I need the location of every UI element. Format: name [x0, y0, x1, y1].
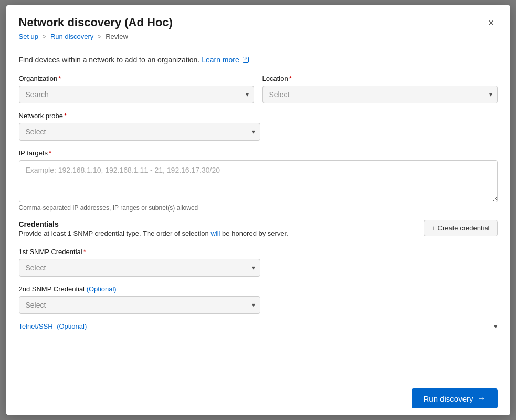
create-credential-button[interactable]: + Create credential — [424, 220, 497, 236]
info-text: Find devices within a network to add to … — [19, 56, 498, 64]
snmp2-group: 2nd SNMP Credential (Optional) Select ▾ — [19, 285, 260, 314]
network-probe-select-wrapper: Select ▾ — [19, 123, 260, 141]
network-probe-row: Network probe* Select ▾ — [19, 112, 498, 141]
credentials-header-left: Credentials Provide at least 1 SNMP cred… — [19, 220, 288, 246]
modal-title-row: Network discovery (Ad Hoc) × — [19, 16, 498, 29]
network-probe-select[interactable]: Select — [19, 123, 260, 141]
snmp1-select[interactable]: Select — [19, 259, 260, 277]
location-label: Location* — [262, 75, 498, 82]
network-probe-label: Network probe* — [19, 112, 260, 120]
org-location-row: Organization* Search ▾ Location* — [19, 75, 498, 103]
telnet-expand-icon[interactable]: ▾ — [494, 322, 498, 330]
location-group: Location* Select ▾ — [262, 75, 498, 103]
modal-header: Network discovery (Ad Hoc) × Set up > Ru… — [6, 5, 510, 47]
snmp2-select[interactable]: Select — [19, 296, 260, 314]
ip-targets-helper: Comma-separated IP addresses, IP ranges … — [19, 204, 498, 212]
credentials-section: Credentials Provide at least 1 SNMP cred… — [19, 220, 498, 330]
snmp1-label: 1st SNMP Credential* — [19, 248, 260, 256]
snmp1-select-wrapper: Select ▾ — [19, 259, 260, 277]
organization-select-wrapper: Search ▾ — [19, 86, 254, 103]
organization-label: Organization* — [19, 75, 254, 82]
external-link-icon — [243, 57, 249, 63]
ip-targets-textarea[interactable] — [19, 160, 498, 202]
run-discovery-label: Run discovery — [423, 394, 473, 403]
breadcrumb: Set up > Run discovery > Review — [19, 33, 498, 40]
breadcrumb-step1: Set up — [19, 33, 39, 40]
telnet-section: Telnet/SSH (Optional) ▾ — [19, 322, 498, 330]
credentials-header-row: Credentials Provide at least 1 SNMP cred… — [19, 220, 498, 246]
learn-more-link[interactable]: Learn more — [202, 56, 239, 64]
breadcrumb-step2: Run discovery — [50, 33, 93, 40]
modal-body: Find devices within a network to add to … — [6, 47, 510, 415]
run-discovery-button[interactable]: Run discovery → — [412, 388, 497, 408]
credentials-title: Credentials — [19, 220, 288, 228]
snmp1-group: 1st SNMP Credential* Select ▾ — [19, 248, 260, 277]
network-probe-group: Network probe* Select ▾ — [19, 112, 260, 141]
snmp2-row: 2nd SNMP Credential (Optional) Select ▾ — [19, 285, 498, 314]
organization-group: Organization* Search ▾ — [19, 75, 254, 103]
credentials-desc: Provide at least 1 SNMP credential type.… — [19, 229, 288, 237]
modal-footer: Run discovery → — [6, 382, 510, 415]
ip-targets-row: IP targets* Comma-separated IP addresses… — [19, 149, 498, 212]
modal-overlay: Network discovery (Ad Hoc) × Set up > Ru… — [0, 0, 516, 420]
organization-select[interactable]: Search — [19, 86, 254, 103]
breadcrumb-separator2: > — [98, 33, 102, 40]
location-select-wrapper: Select ▾ — [262, 86, 498, 103]
ip-targets-label: IP targets* — [19, 149, 498, 157]
snmp2-select-wrapper: Select ▾ — [19, 296, 260, 314]
modal-title: Network discovery (Ad Hoc) — [19, 16, 173, 29]
telnet-optional-label: (Optional) — [57, 322, 87, 330]
run-discovery-arrow-icon: → — [478, 394, 486, 403]
modal: Network discovery (Ad Hoc) × Set up > Ru… — [6, 5, 510, 415]
snmp1-row: 1st SNMP Credential* Select ▾ — [19, 248, 498, 277]
location-select[interactable]: Select — [262, 86, 498, 103]
close-button[interactable]: × — [485, 16, 498, 29]
breadcrumb-separator1: > — [43, 33, 47, 40]
ip-targets-group: IP targets* Comma-separated IP addresses… — [19, 149, 498, 212]
snmp2-label: 2nd SNMP Credential (Optional) — [19, 285, 260, 293]
breadcrumb-step3: Review — [106, 33, 128, 40]
telnet-label: Telnet/SSH — [19, 322, 53, 330]
